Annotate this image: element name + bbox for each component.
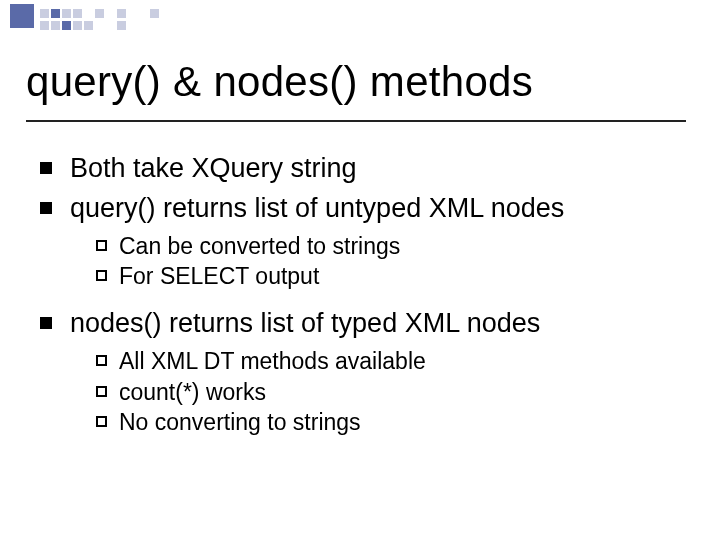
sub-list-item-text: All XML DT methods available — [119, 347, 426, 376]
list-item-text: Both take XQuery string — [70, 152, 357, 186]
bullet-filled-icon — [40, 162, 52, 174]
list-item: Both take XQuery string — [40, 152, 690, 186]
title-underline — [26, 120, 686, 122]
sub-list: Can be converted to strings For SELECT o… — [96, 232, 690, 292]
deco-row-bottom — [40, 16, 128, 34]
sub-list-item-text: count(*) works — [119, 378, 266, 407]
bullet-filled-icon — [40, 202, 52, 214]
list-item-text: query() returns list of untyped XML node… — [70, 192, 564, 226]
sub-list-item: For SELECT output — [96, 262, 690, 291]
list-item-text: nodes() returns list of typed XML nodes — [70, 307, 540, 341]
sub-list-item-text: No converting to strings — [119, 408, 361, 437]
slide-body: Both take XQuery string query() returns … — [40, 152, 690, 453]
slide-decoration — [0, 0, 720, 36]
deco-big-square — [10, 4, 34, 28]
sub-list-item-text: Can be converted to strings — [119, 232, 400, 261]
sub-list-item: count(*) works — [96, 378, 690, 407]
slide-title: query() & nodes() methods — [26, 58, 533, 106]
sub-list-item: All XML DT methods available — [96, 347, 690, 376]
list-item: nodes() returns list of typed XML nodes — [40, 307, 690, 341]
bullet-hollow-icon — [96, 240, 107, 251]
sub-list-item: Can be converted to strings — [96, 232, 690, 261]
bullet-hollow-icon — [96, 386, 107, 397]
sub-list-item-text: For SELECT output — [119, 262, 319, 291]
sub-list-item: No converting to strings — [96, 408, 690, 437]
sub-list: All XML DT methods available count(*) wo… — [96, 347, 690, 437]
bullet-hollow-icon — [96, 416, 107, 427]
bullet-hollow-icon — [96, 270, 107, 281]
bullet-hollow-icon — [96, 355, 107, 366]
list-item: query() returns list of untyped XML node… — [40, 192, 690, 226]
bullet-filled-icon — [40, 317, 52, 329]
